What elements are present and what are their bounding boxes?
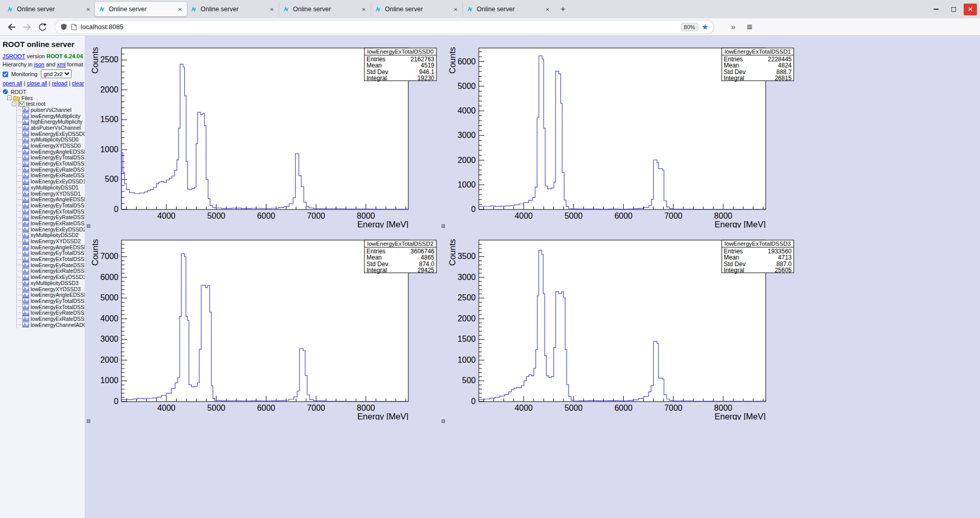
jsroot-link[interactable]: JSROOT — [3, 53, 25, 59]
browser-tab[interactable]: Online server✕ — [462, 2, 554, 17]
plot-panel-lowEnergyExTotalDSSD1[interactable]: 4000500060007000800001000200030004000500… — [442, 36, 799, 228]
tree-item[interactable]: lowEnergyExTotalDSSD0 — [17, 160, 85, 167]
tree-item[interactable]: lowEnergyExRateDSSD2 — [17, 268, 85, 274]
new-tab-button[interactable]: + — [556, 3, 570, 16]
histogram-icon — [22, 304, 29, 310]
tree-item[interactable]: lowEnergyEyTotalDSSD2 — [17, 250, 85, 256]
histogram-icon — [22, 239, 29, 244]
shield-icon[interactable] — [60, 23, 67, 31]
zoom-indicator[interactable]: 80% — [681, 23, 698, 31]
plot-panel-lowEnergyExTotalDSSD0[interactable]: 4000500060007000800005001000150020002500… — [85, 36, 442, 228]
grid-resize-handle[interactable] — [87, 419, 90, 423]
tree-item[interactable]: lowEnergyAngleEDSSD2 — [17, 244, 85, 250]
tree-item[interactable]: lowEnergyChannelADC — [17, 322, 85, 328]
tree-item[interactable]: lowEnergyExEyDSSD1 — [17, 178, 85, 184]
browser-tab[interactable]: Online server✕ — [279, 2, 371, 17]
clear-link[interactable]: clear — [72, 80, 84, 86]
browser-tab[interactable]: Online server✕ — [95, 2, 187, 16]
tab-close-icon[interactable]: ✕ — [177, 6, 183, 13]
tree-item[interactable]: lowEnergyExRateDSSD1 — [17, 220, 85, 226]
tree-item[interactable]: lowEnergyEyRateDSSD0 — [17, 167, 85, 173]
tree-item[interactable]: lowEnergyEyTotalDSSD0 — [17, 155, 85, 161]
bookmark-star-icon[interactable]: ★ — [702, 23, 708, 31]
tree-item[interactable]: lowEnergyXYDSSD0 — [17, 143, 85, 149]
reload-button[interactable] — [36, 20, 49, 34]
tree-item[interactable]: lowEnergyExEyDSSD3 — [17, 274, 85, 280]
stats-box[interactable]: lowEnergyExTotalDSSD0Entries2162763Mean4… — [364, 48, 436, 82]
grid-resize-handle[interactable] — [442, 224, 445, 228]
tree-item[interactable]: lowEnergyEyRateDSSD3 — [17, 310, 85, 316]
url-bar[interactable]: localhost:8085 80% ★ — [55, 20, 714, 34]
xml-link[interactable]: xml — [57, 61, 65, 67]
open-all-link[interactable]: open all — [3, 80, 22, 86]
tree-item[interactable]: lowEnergyXYDSSD3 — [17, 286, 85, 292]
tree-item[interactable]: lowEnergyAngleEDSSD1 — [17, 196, 85, 202]
tree-item[interactable]: lowEnergyXYDSSD1 — [17, 191, 85, 197]
tree-item[interactable]: xyMultiplicityDSSD2 — [17, 232, 85, 239]
hamburger-menu-icon[interactable]: ≡ — [747, 21, 752, 33]
tree-item[interactable]: lowEnergyExEyDSSD0 — [17, 131, 85, 137]
tree-node-file[interactable]: − test.root — [3, 101, 85, 107]
page-info-icon[interactable] — [71, 23, 77, 31]
close-all-link[interactable]: close all — [27, 80, 47, 86]
tree-item-label: lowEnergyEyRateDSSD0 — [31, 167, 85, 173]
collapse-icon[interactable]: − — [7, 96, 12, 100]
tree-item[interactable]: pulserVsChannel — [17, 107, 85, 113]
tree-item[interactable]: xyMultiplicityDSSD0 — [17, 137, 85, 143]
tab-close-icon[interactable]: ✕ — [269, 6, 275, 13]
tree-item[interactable]: lowEnergyXYDSSD2 — [17, 238, 85, 244]
browser-tab[interactable]: Online server✕ — [3, 2, 95, 17]
y-axis-title: Counts — [448, 47, 457, 74]
close-button[interactable]: ✕ — [964, 4, 977, 15]
tab-close-icon[interactable]: ✕ — [85, 6, 91, 13]
tree-item[interactable]: lowEnergyEyTotalDSSD3 — [17, 298, 85, 304]
plot-panel-lowEnergyExTotalDSSD2[interactable]: 4000500060007000800001000200030004000500… — [85, 228, 442, 420]
tab-close-icon[interactable]: ✕ — [361, 6, 367, 13]
browser-tab[interactable]: Online server✕ — [187, 2, 279, 17]
tree-item-label: lowEnergyEyTotalDSSD2 — [31, 250, 85, 256]
layout-select[interactable]: grid 2x2 — [41, 69, 71, 78]
forward-button[interactable] — [20, 20, 34, 34]
tree-item[interactable]: lowEnergyExEyDSSD2 — [17, 226, 85, 232]
tree-item[interactable]: lowEnergyExRateDSSD3 — [17, 316, 85, 322]
histogram-icon — [22, 161, 29, 167]
tree-item[interactable]: highEnergyMultiplicity — [17, 119, 85, 125]
tree-item[interactable]: lowEnergyEyRateDSSD2 — [17, 262, 85, 268]
histogram-icon — [22, 149, 29, 154]
grid-resize-handle[interactable] — [87, 224, 90, 228]
stats-box[interactable]: lowEnergyExTotalDSSD3Entries1933560Mean4… — [722, 240, 794, 274]
tree-item[interactable]: xyMultiplicityDSSD1 — [17, 184, 85, 191]
plot-panel-lowEnergyExTotalDSSD3[interactable]: 4000500060007000800005001000150020002500… — [442, 228, 799, 420]
stats-box[interactable]: lowEnergyExTotalDSSD2Entries3606746Mean4… — [364, 240, 436, 274]
tree-connector — [18, 122, 21, 122]
tab-close-icon[interactable]: ✕ — [545, 6, 551, 13]
tree-item[interactable]: xyMultiplicityDSSD3 — [17, 280, 85, 286]
histogram-icon — [22, 322, 29, 327]
tree-node-root[interactable]: ROOT — [3, 89, 85, 95]
reload-link[interactable]: reload — [52, 80, 67, 86]
tree-item[interactable]: absPulserVsChannel — [17, 125, 85, 131]
tree-item[interactable]: lowEnergyEyRateDSSD1 — [17, 214, 85, 220]
maximize-button[interactable] — [946, 3, 961, 15]
stats-value: 29425 — [418, 267, 435, 274]
tree-item[interactable]: lowEnergyExTotalDSSD1 — [17, 208, 85, 215]
tree-item[interactable]: lowEnergyExTotalDSSD3 — [17, 304, 85, 310]
overflow-menu-icon[interactable]: » — [731, 22, 736, 32]
back-button[interactable] — [5, 20, 18, 34]
tab-close-icon[interactable]: ✕ — [453, 6, 459, 13]
minimize-button[interactable] — [929, 3, 943, 15]
tree-item[interactable]: lowEnergyMultiplicity — [17, 113, 85, 119]
tree-item[interactable]: lowEnergyExRateDSSD0 — [17, 173, 85, 179]
tree-item[interactable]: lowEnergyAngleEDSSD3 — [17, 292, 85, 298]
tree-item-label: lowEnergyExTotalDSSD1 — [31, 208, 85, 215]
collapse-icon[interactable]: − — [12, 102, 16, 106]
browser-tab[interactable]: Online server✕ — [371, 2, 462, 17]
stats-box[interactable]: lowEnergyExTotalDSSD1Entries2228445Mean4… — [722, 48, 794, 82]
grid-resize-handle[interactable] — [442, 419, 445, 423]
tree-node-files[interactable]: − Files — [3, 95, 85, 101]
monitoring-checkbox[interactable] — [3, 72, 8, 77]
json-link[interactable]: json — [34, 61, 44, 67]
tree-item[interactable]: lowEnergyAngleEDSSD0 — [17, 149, 85, 155]
tree-item[interactable]: lowEnergyExTotalDSSD2 — [17, 256, 85, 262]
tree-item[interactable]: lowEnergyEyTotalDSSD1 — [17, 202, 85, 208]
